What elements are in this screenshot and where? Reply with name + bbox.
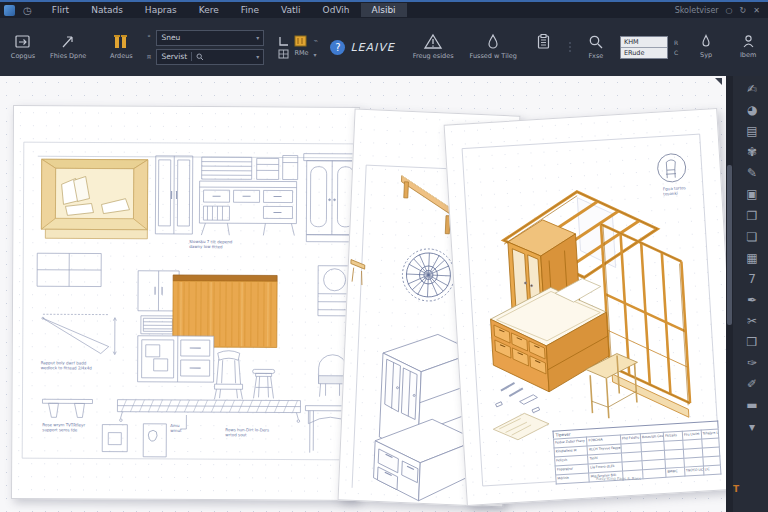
menu-item-7[interactable]: Alsibi bbox=[361, 3, 407, 17]
proxy-label: Freug esides bbox=[413, 53, 454, 60]
axis-marker: T bbox=[733, 484, 739, 494]
title-block: Tipever Fedve Zuber FseryFORCHIAFhd Fsld… bbox=[552, 421, 721, 485]
sheet1-annotation: Rose wrym TVTRfleyr support seros fde bbox=[42, 422, 85, 433]
annotate-group: Syp Ibem Peexea bbox=[683, 18, 768, 76]
syp-button[interactable]: Syp bbox=[688, 32, 724, 61]
title-block-cell bbox=[643, 468, 667, 478]
calligraphy-tool[interactable]: ✑ bbox=[747, 356, 757, 372]
purge-group: Fussed w Tileg bbox=[462, 18, 567, 76]
clipboard-icon bbox=[536, 33, 551, 50]
purge-button[interactable]: Fussed w Tileg bbox=[467, 31, 520, 62]
sheet1-annotation: Slowsku 7 tilt depend dawny low fitted bbox=[189, 239, 232, 250]
proxy-button[interactable]: Freug esides bbox=[410, 31, 457, 62]
chevron-down-icon: ▾ bbox=[256, 34, 259, 41]
sheet1-drawing bbox=[12, 106, 359, 500]
style-dropdown[interactable]: Sneu ▾ bbox=[156, 30, 264, 46]
stamp-tool[interactable]: ❒ bbox=[747, 335, 758, 351]
leaf-tool[interactable]: ✾ bbox=[747, 145, 757, 161]
menu-item-5[interactable]: Vatli bbox=[270, 3, 312, 17]
ink-pen-tool[interactable]: ✒ bbox=[747, 293, 757, 309]
search-mini-icon[interactable]: ¤ bbox=[145, 53, 152, 61]
edit-shape-tool[interactable]: ▣ bbox=[746, 187, 757, 203]
refresh-icon[interactable]: ↻ bbox=[740, 6, 747, 15]
chevron-down-icon: ▾ bbox=[256, 53, 259, 60]
help-brand-button[interactable]: ? LEAIVE bbox=[324, 18, 400, 76]
history-tool[interactable]: ◕ bbox=[747, 103, 757, 119]
swatch-icon[interactable] bbox=[294, 35, 307, 47]
layer-group: ⌁ RMe ▾ bbox=[273, 18, 324, 76]
close-icon[interactable]: ✕ bbox=[753, 6, 760, 15]
title-block-cell: LIC bbox=[703, 465, 721, 475]
menu-item-3[interactable]: Kere bbox=[188, 3, 230, 17]
ardeus-button[interactable]: Ardeus bbox=[103, 32, 139, 62]
sheet1-annotation: Amu wmut bbox=[170, 423, 181, 434]
duplicate-tool[interactable]: ❐ bbox=[747, 209, 758, 225]
layers-tool[interactable]: ❏ bbox=[747, 230, 758, 246]
question-circle-icon: ? bbox=[330, 40, 345, 55]
columns-icon bbox=[112, 34, 130, 50]
copgus-button[interactable]: Copgus bbox=[5, 32, 41, 62]
grid-mini-icon[interactable] bbox=[278, 49, 289, 59]
fhies-label: Fhies Dpne bbox=[50, 53, 86, 60]
style-combos: ° Sneu ▾ ¤ Servist bbox=[145, 30, 264, 65]
search-dropdown-value: Servist bbox=[161, 52, 187, 61]
pan-tool[interactable]: ✍ bbox=[747, 82, 757, 98]
title-block-cell: Mdrinls bbox=[556, 473, 590, 484]
warning-triangle-icon bbox=[423, 33, 443, 50]
menu-item-4[interactable]: Fine bbox=[230, 3, 270, 17]
rme-label[interactable]: RMe bbox=[294, 50, 308, 57]
find-button[interactable]: Fxse bbox=[578, 32, 614, 62]
coord-bottom-value: ERude bbox=[621, 48, 667, 58]
sheet-isometric-assembly[interactable]: Fgua tortos tosonki Tipever Fedve Zuber … bbox=[444, 108, 726, 506]
brand-text: Skoletviser bbox=[675, 6, 719, 15]
canvas-scrollbar[interactable] bbox=[726, 76, 733, 512]
text-tool[interactable]: 7 bbox=[748, 272, 756, 288]
clock-icon[interactable]: ◷ bbox=[23, 5, 32, 16]
shape-fill-tool[interactable]: ▬ bbox=[746, 398, 757, 414]
menubar-right: Skoletviser ○ ↻ ✕ bbox=[675, 6, 760, 15]
clipboard-button[interactable] bbox=[526, 31, 562, 62]
style-mini-icon[interactable]: ° bbox=[145, 34, 152, 42]
sheet-footer-caption: Rasy-King Fags & Rass bbox=[596, 476, 641, 481]
menu-item-1[interactable]: Natads bbox=[80, 3, 134, 17]
arrow-icon bbox=[60, 34, 76, 50]
canvas-corner-widget[interactable] bbox=[715, 78, 722, 85]
curve-pen-tool[interactable]: ✐ bbox=[747, 377, 757, 393]
chevron-down-icon[interactable]: ▾ bbox=[314, 51, 317, 58]
scrollbar-thumb[interactable] bbox=[727, 165, 732, 325]
status-circle-icon[interactable]: ○ bbox=[726, 6, 733, 15]
droplet-small-icon bbox=[700, 34, 712, 49]
app-logo-icon[interactable] bbox=[4, 5, 15, 16]
person-icon bbox=[742, 34, 755, 49]
cut-tool[interactable]: ✂ bbox=[747, 314, 757, 330]
purge-label: Fussed w Tileg bbox=[470, 53, 517, 60]
sheet3-detail-caption: Fgua tortos tosonki bbox=[663, 185, 686, 197]
frame-tool[interactable]: ▦ bbox=[746, 251, 757, 267]
menu-item-6[interactable]: OdVih bbox=[312, 3, 361, 17]
c-mini-button[interactable]: C bbox=[674, 49, 678, 56]
dot-separator bbox=[569, 18, 571, 76]
angle-mini-icon[interactable]: ⌁ bbox=[312, 37, 319, 45]
title-block-cell: TNOTO LICRNW bbox=[684, 466, 703, 476]
application-window: ◷ Flirt Natads Hapras Kere Fine Vatli Od… bbox=[0, 0, 768, 512]
search-icon bbox=[588, 34, 604, 50]
tool-column: ✍◕▤✾✎▣❐❏▦7✒✂❒✑✐▬▾ bbox=[738, 82, 766, 435]
coordinate-box[interactable]: KHM ERude bbox=[620, 36, 668, 59]
box-tool[interactable]: ▤ bbox=[746, 124, 757, 140]
menu-item-2[interactable]: Hapras bbox=[134, 3, 188, 17]
sheet-orthographic-plans[interactable]: Slowsku 7 tilt depend dawny low fitted R… bbox=[11, 105, 360, 501]
right-tool-panel: ✍◕▤✾✎▣❐❏▦7✒✂❒✑✐▬▾ T bbox=[726, 76, 768, 512]
menu-item-0[interactable]: Flirt bbox=[41, 3, 80, 17]
magnifier-icon bbox=[196, 53, 204, 61]
collapse-handle[interactable]: ▾ bbox=[749, 420, 755, 436]
coord-mini-buttons: R C bbox=[674, 39, 678, 56]
pencil-tool[interactable]: ✎ bbox=[747, 166, 757, 182]
sheet1-annotation: Rows hun-Dirt lo-Ders wrtod sout bbox=[225, 427, 269, 438]
drawing-canvas[interactable]: Slowsku 7 tilt depend dawny low fitted R… bbox=[0, 76, 726, 512]
ibem-button[interactable]: Ibem bbox=[730, 32, 766, 61]
ribbon-toolbar: Copgus Fhies Dpne Ardeus bbox=[0, 18, 768, 77]
fhies-button[interactable]: Fhies Dpne bbox=[47, 32, 89, 62]
r-mini-button[interactable]: R bbox=[674, 39, 678, 46]
search-dropdown[interactable]: Servist ▾ bbox=[156, 49, 264, 65]
ruler-l-icon[interactable] bbox=[278, 36, 289, 47]
